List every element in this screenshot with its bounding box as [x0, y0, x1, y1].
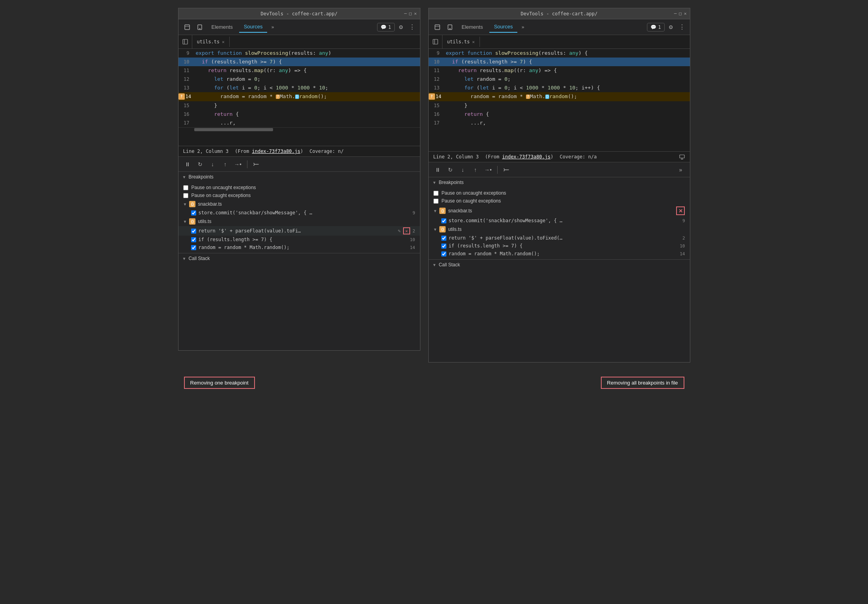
- right-line-num-14: 14: [435, 92, 441, 101]
- left-file-tab[interactable]: utils.ts ✕: [192, 37, 230, 47]
- right-bp-snackbar-1-checkbox[interactable]: [441, 218, 446, 223]
- right-line-content-14: random = random * ?Math.Drandom();: [444, 92, 690, 101]
- line-content-17: ...r,: [194, 119, 420, 127]
- right-utils-chevron: [433, 227, 437, 232]
- left-window-title: DevTools - coffee-cart.app/: [260, 11, 337, 17]
- right-breakpoints-header[interactable]: Breakpoints: [429, 177, 690, 188]
- right-bp-utils-2-checkbox[interactable]: [441, 243, 446, 249]
- right-line-content-12: let random = 0;: [444, 75, 690, 84]
- right-file-tab-close[interactable]: ✕: [472, 39, 475, 45]
- chat-icon: 💬: [381, 24, 387, 30]
- right-step-into-button[interactable]: ↓: [458, 165, 468, 175]
- right-more-options-icon[interactable]: ⋮: [677, 22, 687, 32]
- svg-rect-10: [433, 39, 438, 44]
- right-settings-icon[interactable]: ⚙: [666, 22, 676, 32]
- right-inspect-icon[interactable]: [432, 22, 443, 33]
- right-label-text: Removing all breakpoints in file: [607, 380, 678, 386]
- left-bp-remove-button[interactable]: ✕: [403, 227, 410, 234]
- left-bp-utils-item-2: if (results.length >= 7) { 10: [178, 236, 420, 243]
- right-bp-snackbar-item-1: store.commit('snackbar/showMessage', { ……: [429, 217, 690, 225]
- right-line-content-16: return {: [444, 110, 690, 119]
- screen-icon: [679, 154, 685, 160]
- right-bp-utils-1-checkbox[interactable]: [441, 236, 446, 241]
- right-toolbar-more[interactable]: »: [676, 165, 686, 175]
- bp-snackbar-1-text: store.commit('snackbar/showMessage', { …: [199, 210, 312, 216]
- right-pause-uncaught-checkbox[interactable]: [433, 191, 439, 196]
- right-step-out-button[interactable]: ↑: [470, 165, 481, 175]
- step-button[interactable]: →•: [233, 159, 243, 169]
- bp-utils-2-checkbox[interactable]: [191, 237, 196, 242]
- right-pause-button[interactable]: ⏸: [433, 165, 443, 175]
- minimize-button[interactable]: ─: [404, 11, 407, 16]
- file-tab-close[interactable]: ✕: [222, 39, 225, 45]
- console-badge[interactable]: 💬 1: [377, 23, 394, 32]
- right-line-num-16: 16: [429, 110, 444, 119]
- left-bp-group-snackbar: {} snackbar.ts store.commit('snackbar/sh…: [178, 199, 420, 217]
- pause-caught-label: Pause on caught exceptions: [191, 193, 251, 198]
- right-sidebar-toggle[interactable]: [429, 35, 442, 49]
- restore-button[interactable]: □: [409, 11, 412, 16]
- right-restore-button[interactable]: □: [679, 11, 682, 16]
- step-over-button[interactable]: ↻: [195, 159, 205, 169]
- left-breakpoints-content: Pause on uncaught exceptions Pause on ca…: [178, 182, 420, 253]
- settings-icon[interactable]: ⚙: [396, 22, 406, 32]
- pause-button[interactable]: ⏸: [182, 159, 193, 169]
- right-breakpoint-question-14: ?: [429, 93, 435, 100]
- right-step-over-button[interactable]: ↻: [445, 165, 455, 175]
- pause-caught-checkbox[interactable]: [183, 193, 188, 198]
- step-out-button[interactable]: ↑: [220, 159, 230, 169]
- right-bp-utils-3-checkbox[interactable]: [441, 251, 446, 256]
- utils-filename: utils.ts: [198, 219, 211, 224]
- right-step-button[interactable]: →•: [483, 165, 493, 175]
- code-line-9: 9 export function slowProcessing(results…: [178, 49, 420, 58]
- right-code-line-10: 10 if (results.length >= 7) {: [429, 58, 690, 66]
- bp-utils-1-checkbox[interactable]: [191, 229, 196, 234]
- left-bp-snackbar-header[interactable]: {} snackbar.ts: [178, 199, 420, 209]
- bp-snackbar-1-checkbox[interactable]: [191, 210, 196, 216]
- tab-more[interactable]: »: [269, 23, 276, 32]
- right-status-link[interactable]: index-73f73a80.js: [502, 154, 550, 160]
- more-options-icon[interactable]: ⋮: [407, 22, 417, 32]
- bp-utils-3-checkbox[interactable]: [191, 245, 196, 250]
- sidebar-toggle[interactable]: [178, 35, 192, 49]
- right-tab-more[interactable]: »: [519, 23, 526, 32]
- right-close-button[interactable]: ✕: [684, 11, 687, 16]
- bp-edit-icon[interactable]: ✎: [398, 228, 401, 234]
- right-bp-utils-1-text: return '$' + parseFloat(value).toFixed(…: [449, 235, 680, 241]
- right-bp-utils-2-line: 10: [680, 243, 685, 249]
- right-tab-sources[interactable]: Sources: [489, 21, 518, 33]
- right-chat-icon: 💬: [651, 24, 656, 30]
- device-icon[interactable]: [194, 22, 205, 33]
- left-bp-utils-header[interactable]: {} utils.ts: [178, 217, 420, 226]
- right-pause-caught-checkbox[interactable]: [433, 199, 439, 204]
- right-deactivate-button[interactable]: [502, 165, 512, 175]
- left-breakpoints-header[interactable]: Breakpoints: [178, 172, 420, 182]
- deactivate-breakpoints-button[interactable]: [251, 159, 262, 169]
- status-link[interactable]: index-73f73a80.js: [252, 149, 300, 154]
- left-call-stack-header[interactable]: Call Stack: [178, 253, 420, 264]
- callstack-chevron: [182, 256, 186, 261]
- close-button[interactable]: ✕: [414, 11, 417, 16]
- right-code-area: 9 export function slowProcessing(results…: [429, 49, 690, 151]
- step-into-button[interactable]: ↓: [208, 159, 218, 169]
- pause-uncaught-checkbox[interactable]: [183, 185, 188, 190]
- right-bp-utils-header[interactable]: {} utils.ts: [429, 225, 690, 234]
- scrollbar-thumb: [194, 128, 273, 131]
- code-scrollbar-h-left[interactable]: [178, 127, 420, 131]
- tab-elements[interactable]: Elements: [207, 22, 238, 32]
- right-tab-elements[interactable]: Elements: [457, 22, 488, 32]
- right-bp-snackbar-header[interactable]: {} snackbar.ts ✕: [429, 205, 690, 217]
- right-console-badge[interactable]: 💬 1: [647, 23, 664, 32]
- right-code-lines: 9 export function slowProcessing(results…: [429, 49, 690, 127]
- tab-sources[interactable]: Sources: [239, 21, 268, 33]
- inspect-icon[interactable]: [182, 22, 193, 33]
- right-file-tab[interactable]: utils.ts ✕: [442, 37, 480, 47]
- right-device-icon[interactable]: [444, 22, 455, 33]
- right-line-content-10: if (results.length >= 7) {: [444, 58, 690, 66]
- right-remove-all-button[interactable]: ✕: [676, 206, 685, 215]
- status-position: Line 2, Column 3: [183, 149, 229, 154]
- line-content-16: return {: [194, 110, 420, 119]
- right-call-stack-header[interactable]: Call Stack: [429, 260, 690, 270]
- right-minimize-button[interactable]: ─: [674, 11, 677, 16]
- right-callstack-title: Call Stack: [439, 262, 460, 268]
